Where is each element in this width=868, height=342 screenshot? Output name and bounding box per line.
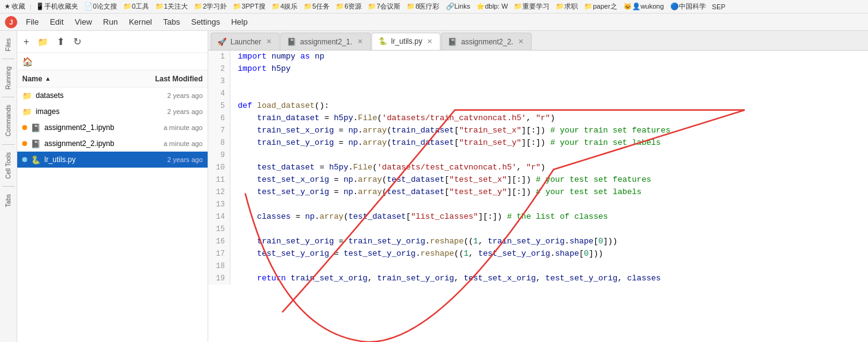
bk-ppt[interactable]: 📁3PPT搜 — [231, 2, 267, 11]
folder-icon: 📁 — [22, 107, 32, 116]
python-tab-icon: 🐍 — [378, 37, 387, 46]
menu-kernel[interactable]: Kernel — [124, 15, 157, 28]
tab-launcher[interactable]: 🚀 Launcher ✕ — [211, 33, 280, 50]
bk-important[interactable]: 📁重要学习 — [512, 2, 551, 11]
col-modified-header: Last Modified — [155, 75, 203, 83]
menu-tabs[interactable]: Tabs — [158, 15, 185, 28]
home-icon[interactable]: 🏠 — [22, 57, 33, 67]
home-row: 🏠 — [17, 53, 208, 70]
bk-paper2[interactable]: 📁paper之 — [582, 2, 619, 11]
code-lines: import numpy as np import h5py def load_… — [230, 51, 868, 285]
bk-ent[interactable]: 📁4娱乐 — [270, 2, 299, 11]
launcher-tab-icon: 🚀 — [217, 38, 227, 46]
file-row-name: 📓 assignment2_2.ipynb — [22, 139, 114, 149]
file-list: 📁 datasets 2 years ago 📁 images 2 years … — [17, 88, 208, 342]
python-dot-icon — [22, 157, 27, 162]
python-file-icon: 🐍 — [31, 155, 41, 165]
file-row-name: 📁 datasets — [22, 91, 63, 100]
menu-run[interactable]: Run — [98, 15, 123, 28]
upload-button[interactable]: ⬆ — [54, 35, 67, 49]
new-file-button[interactable]: + — [21, 35, 31, 49]
file-panel: + 📁 ⬆ ↻ 🏠 Name ▲ Last Modified 📁 dataset… — [17, 31, 208, 342]
bk-paper[interactable]: 📄0论文搜 — [83, 2, 119, 11]
bk-res[interactable]: 📁6资源 — [334, 2, 363, 11]
sidebar-item-commands[interactable]: Commands — [5, 100, 12, 141]
tab-close-lr-utils[interactable]: ✕ — [426, 37, 434, 46]
sidebar-icons: Files Running Commands Cell Tools Tabs — [0, 31, 17, 342]
sidebar-item-tabs[interactable]: Tabs — [5, 189, 12, 212]
tab-lr-utils[interactable]: 🐍 lr_utils.py ✕ — [371, 33, 441, 50]
app-logo: J — [5, 16, 17, 28]
bk-conf[interactable]: 📁7会议斯 — [366, 2, 402, 11]
menu-file[interactable]: File — [21, 15, 44, 28]
code-editor[interactable]: 1 2 3 4 5 6 7 8 9 10 11 12 13 14 15 16 1 — [208, 51, 868, 342]
file-toolbar: + 📁 ⬆ ↻ — [17, 31, 208, 53]
tab-bar: 🚀 Launcher ✕ 📓 assignment2_1. ✕ 🐍 lr_uti… — [208, 31, 868, 51]
bk-med[interactable]: 📁8医疗彩 — [405, 2, 441, 11]
notebook-icon: 📓 — [31, 123, 41, 132]
menu-view[interactable]: View — [70, 15, 97, 28]
file-row-name: 🐍 lr_utils.py — [22, 155, 76, 165]
tab-close-assignment1[interactable]: ✕ — [356, 37, 364, 46]
refresh-button[interactable]: ↻ — [71, 35, 84, 49]
bk-task[interactable]: 📁5任务 — [302, 2, 331, 11]
menu-settings[interactable]: Settings — [186, 15, 225, 28]
col-name-header: Name ▲ — [22, 75, 51, 83]
bk-sep[interactable]: SEP — [710, 3, 728, 10]
sort-arrow-icon: ▲ — [45, 75, 51, 82]
file-row[interactable]: 📓 assignment2_2.ipynb a minute ago — [17, 136, 208, 152]
tab-close-launcher[interactable]: ✕ — [265, 37, 273, 46]
sidebar-item-cell-tools[interactable]: Cell Tools — [5, 147, 12, 184]
line-numbers: 1 2 3 4 5 6 7 8 9 10 11 12 13 14 15 16 1 — [208, 51, 230, 285]
bk-tools[interactable]: 📁0工具 — [121, 2, 151, 11]
file-row[interactable]: 📁 images 2 years ago — [17, 104, 208, 120]
file-col-headers: Name ▲ Last Modified — [17, 70, 208, 88]
tab-assignment2[interactable]: 📓 assignment2_2. ✕ — [441, 33, 532, 50]
bk-learn[interactable]: 📁2学习卦 — [192, 2, 229, 11]
bk-follow[interactable]: 📁1关注大 — [153, 2, 190, 11]
folder-icon: 📁 — [22, 91, 32, 100]
file-row-name: 📓 assignment2_1.ipynb — [22, 123, 114, 132]
tab-close-assignment2[interactable]: ✕ — [517, 37, 525, 46]
bk-wukong[interactable]: 🐱‍👤wukong — [622, 2, 666, 10]
tab-assignment1[interactable]: 📓 assignment2_1. ✕ — [280, 33, 371, 50]
editor-area: 🚀 Launcher ✕ 📓 assignment2_1. ✕ 🐍 lr_uti… — [208, 31, 868, 342]
file-row-name: 📁 images — [22, 107, 60, 116]
notebook-icon: 📓 — [31, 139, 41, 149]
sidebar-item-running[interactable]: Running — [5, 62, 12, 94]
bk-job[interactable]: 📁求职 — [554, 2, 580, 11]
bookmark-collect[interactable]: ★ 收藏 — [2, 2, 27, 11]
notebook-tab2-icon: 📓 — [448, 38, 457, 46]
file-row-active[interactable]: 🐍 lr_utils.py 2 years ago — [17, 152, 208, 168]
file-row[interactable]: 📓 assignment2_1.ipynb a minute ago — [17, 120, 208, 136]
notebook-tab-icon: 📓 — [287, 38, 296, 46]
bk-links[interactable]: 🔗Links — [444, 2, 473, 10]
sidebar-item-files[interactable]: Files — [5, 33, 12, 56]
bk-dblp[interactable]: ⭐dblp: W — [474, 2, 509, 10]
code-content: 1 2 3 4 5 6 7 8 9 10 11 12 13 14 15 16 1 — [208, 51, 868, 285]
bk-cn[interactable]: 🔵中国科学 — [668, 2, 708, 11]
modified-dot-icon — [22, 125, 27, 130]
menu-edit[interactable]: Edit — [45, 15, 68, 28]
bookmark-bar: ★ 收藏 | 📱手机收藏夹 📄0论文搜 📁0工具 📁1关注大 📁2学习卦 📁3P… — [0, 0, 868, 14]
bk-mobile[interactable]: 📱手机收藏夹 — [34, 2, 80, 11]
main-layout: Files Running Commands Cell Tools Tabs +… — [0, 31, 868, 342]
new-folder-button[interactable]: 📁 — [35, 36, 51, 48]
menu-bar: J File Edit View Run Kernel Tabs Setting… — [0, 14, 868, 31]
modified-dot-icon — [22, 141, 27, 146]
file-row[interactable]: 📁 datasets 2 years ago — [17, 88, 208, 104]
menu-help[interactable]: Help — [226, 15, 253, 28]
